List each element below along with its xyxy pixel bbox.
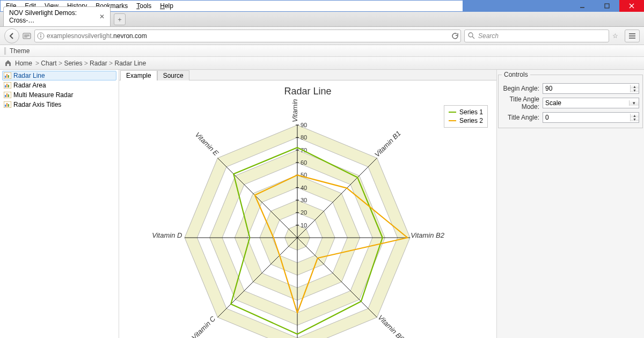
axis-label: Vitamin E (193, 130, 220, 157)
menu-help[interactable]: Help (157, 2, 177, 10)
chart-icon (4, 101, 11, 108)
url-text: examplesnovsilverlight.nevron.com (47, 32, 449, 40)
window-maximize-button[interactable] (595, 0, 619, 12)
tick-label: 80 (301, 134, 307, 141)
browser-menu-button[interactable] (625, 30, 640, 42)
svg-rect-30 (6, 103, 8, 107)
tab-example[interactable]: Example (120, 70, 157, 80)
legend-item-series2: Series 2 (449, 116, 483, 125)
theme-toolbar[interactable]: Theme (0, 45, 644, 57)
tab-close-icon[interactable]: ✕ (99, 13, 105, 20)
controls-title: Controls (502, 71, 530, 78)
breadcrumb-radar[interactable]: Radar (90, 60, 107, 67)
search-placeholder: Search (478, 32, 499, 40)
svg-rect-31 (8, 104, 9, 107)
svg-point-10 (40, 34, 41, 35)
begin-angle-input[interactable]: ▲▼ (543, 83, 639, 94)
svg-rect-29 (5, 105, 6, 107)
search-icon (468, 32, 475, 39)
svg-line-12 (472, 36, 474, 39)
nav-back-button[interactable] (4, 28, 19, 43)
svg-rect-1 (605, 4, 609, 8)
svg-rect-21 (5, 85, 6, 87)
browser-tab-strip: NOV Silverlight Demos: Cross-… ✕ ＋ (0, 12, 644, 27)
sidebar-item-radar-area[interactable]: Radar Area (2, 80, 116, 90)
window-buttons (570, 0, 644, 12)
site-info-icon[interactable] (37, 32, 45, 40)
search-field[interactable]: Search (464, 30, 609, 42)
browser-tab[interactable]: NOV Silverlight Demos: Cross-… ✕ (3, 6, 111, 26)
sidebar: Radar LineRadar AreaMulti Measure RadarR… (0, 70, 119, 338)
chart-icon (4, 72, 11, 79)
axis-label: Vitamin B2 (411, 231, 444, 239)
axis-label: Vitamin C (190, 314, 217, 338)
title-angle-input[interactable]: ▲▼ (543, 112, 639, 123)
svg-point-11 (469, 33, 473, 37)
tick-label: 30 (301, 197, 307, 203)
legend-item-series1: Series 1 (449, 108, 483, 116)
axis-label: Vitamin A (291, 98, 299, 122)
axis-label: Vitamin B1 (372, 129, 402, 159)
chart-legend: Series 1 Series 2 (444, 105, 488, 128)
menu-tools[interactable]: Tools (133, 2, 155, 10)
svg-rect-26 (6, 93, 8, 97)
breadcrumb-radar-line: Radar Line (114, 60, 146, 67)
breadcrumb: Home > Chart > Series > Radar > Radar Li… (0, 57, 644, 70)
chart-area: Radar Line 102030405060708090Vitamin AVi… (119, 80, 496, 338)
svg-rect-27 (8, 94, 9, 97)
title-angle-mode-label: Title Angle Mode: (502, 95, 543, 111)
bookmark-star-icon[interactable]: ☆ (612, 32, 618, 40)
controls-fieldset: Controls Begin Angle: ▲▼ Title Angle Mod… (498, 71, 643, 128)
svg-rect-23 (8, 85, 9, 87)
axis-label: Vitamin B6 (376, 313, 406, 338)
breadcrumb-series[interactable]: Series (64, 60, 82, 67)
url-field[interactable]: examplesnovsilverlight.nevron.com (34, 30, 461, 42)
svg-rect-19 (8, 75, 9, 78)
example-source-tabs: Example Source (119, 70, 496, 80)
window-minimize-button[interactable] (570, 0, 595, 12)
sidebar-item-multi-measure-radar[interactable]: Multi Measure Radar (2, 90, 116, 100)
title-angle-label: Title Angle: (502, 114, 543, 121)
tick-label: 60 (301, 159, 307, 166)
svg-rect-22 (6, 84, 8, 87)
home-icon[interactable] (4, 60, 12, 67)
begin-angle-label: Begin Angle: (502, 85, 543, 92)
title-angle-mode-select[interactable]: ▾ (543, 98, 639, 108)
address-bar: examplesnovsilverlight.nevron.com Search… (0, 27, 644, 45)
svg-rect-25 (5, 95, 6, 97)
tick-label: 10 (301, 222, 307, 229)
tick-label: 90 (301, 122, 307, 128)
main-panel: Example Source Radar Line 10203040506070… (119, 70, 496, 338)
controls-panel: Controls Begin Angle: ▲▼ Title Angle Mod… (496, 70, 644, 338)
reload-icon[interactable] (451, 32, 458, 40)
spinner-icon[interactable]: ▲▼ (630, 85, 639, 92)
tab-title: NOV Silverlight Demos: Cross-… (9, 9, 95, 24)
axis-label: Vitamin D (152, 231, 182, 239)
sidebar-item-radar-axis-titles[interactable]: Radar Axis Titles (2, 100, 116, 109)
spinner-icon[interactable]: ▲▼ (630, 114, 639, 121)
tick-label: 20 (301, 209, 307, 216)
breadcrumb-chart[interactable]: Chart (41, 60, 56, 67)
radar-chart: 102030405060708090Vitamin AVitamin B1Vit… (123, 98, 493, 338)
chevron-down-icon[interactable]: ▾ (629, 100, 639, 106)
window-close-button[interactable] (619, 0, 644, 12)
tick-label: 40 (301, 185, 307, 191)
new-tab-button[interactable]: ＋ (114, 13, 126, 25)
svg-rect-18 (6, 74, 8, 78)
tab-source[interactable]: Source (157, 70, 189, 80)
chart-icon (4, 82, 11, 89)
theme-label: Theme (10, 47, 30, 55)
breadcrumb-home[interactable]: Home (15, 60, 32, 67)
svg-rect-17 (5, 76, 6, 78)
reader-icon[interactable] (23, 32, 31, 40)
chart-icon (4, 92, 11, 98)
chart-title: Radar Line (122, 86, 493, 97)
sidebar-item-radar-line[interactable]: Radar Line (2, 71, 116, 80)
content-area: Radar LineRadar AreaMulti Measure RadarR… (0, 70, 644, 338)
